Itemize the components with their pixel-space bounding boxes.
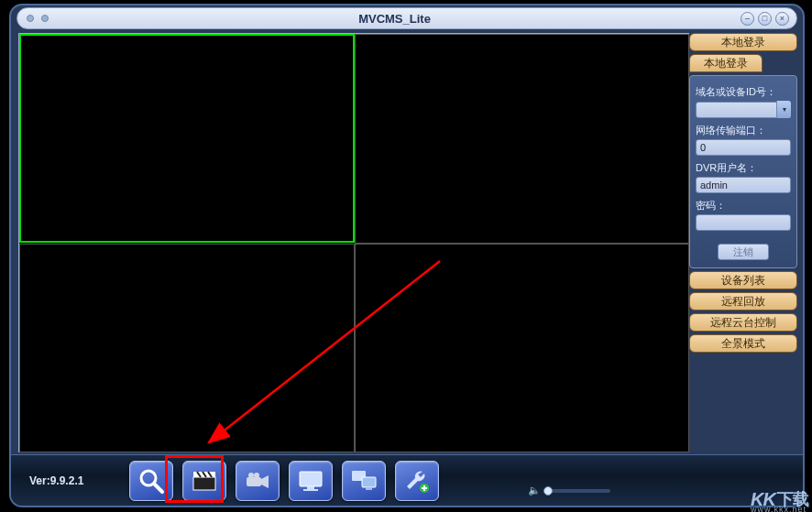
ptz-control-button[interactable]: 远程云台控制	[689, 313, 797, 332]
settings-button[interactable]	[395, 461, 439, 501]
device-list-button[interactable]: 设备列表	[689, 271, 797, 289]
svg-rect-11	[300, 472, 322, 486]
video-cell-0[interactable]	[19, 34, 355, 243]
app-title: MVCMS_Lite	[49, 12, 741, 26]
wrench-plus-icon	[402, 466, 432, 496]
panorama-mode-button[interactable]: 全景模式	[689, 334, 797, 353]
maximize-button[interactable]: □	[758, 12, 772, 26]
video-cell-1[interactable]	[355, 34, 689, 244]
speaker-icon: 🔈	[528, 485, 541, 496]
svg-rect-16	[366, 487, 372, 490]
password-input[interactable]	[696, 214, 791, 231]
video-cell-2[interactable]	[19, 244, 355, 452]
svg-rect-13	[303, 489, 318, 491]
title-bar: MVCMS_Lite – □ ×	[16, 7, 797, 29]
svg-rect-15	[362, 477, 376, 487]
svg-point-10	[254, 473, 259, 478]
camera-button[interactable]	[236, 461, 280, 501]
app-window: MVCMS_Lite – □ × 本地登录 本地登录 域名或设备ID号： ▾ 网…	[9, 4, 805, 507]
port-input[interactable]	[696, 139, 791, 156]
chevron-down-icon[interactable]: ▾	[776, 101, 791, 118]
monitor-button[interactable]	[289, 461, 333, 501]
bottom-toolbar: Ver: 9.9.2.1 🔈	[11, 454, 803, 506]
clapperboard-icon	[190, 466, 219, 496]
svg-rect-2	[193, 477, 215, 490]
search-button[interactable]	[129, 461, 173, 501]
local-login-button[interactable]: 本地登录	[689, 33, 797, 51]
password-label: 密码：	[696, 199, 791, 212]
svg-rect-12	[307, 486, 314, 489]
logout-button[interactable]: 注销	[718, 244, 769, 260]
remote-playback-button[interactable]: 远程回放	[689, 292, 797, 310]
volume-control[interactable]: 🔈	[528, 485, 610, 496]
record-button[interactable]	[182, 461, 226, 501]
login-form-panel: 域名或设备ID号： ▾ 网络传输端口： DVR用户名： 密码： 注销	[689, 75, 797, 268]
volume-slider[interactable]	[546, 489, 610, 493]
close-button[interactable]: ×	[775, 12, 789, 26]
local-login-tab[interactable]: 本地登录	[689, 54, 763, 72]
svg-marker-8	[261, 475, 269, 488]
port-label: 网络传输端口：	[696, 124, 791, 137]
video-cell-3[interactable]	[355, 244, 689, 452]
svg-rect-7	[247, 477, 261, 486]
title-left-ornament	[17, 15, 49, 22]
search-icon	[137, 466, 166, 496]
username-input[interactable]	[696, 177, 791, 193]
toolbar-buttons	[129, 461, 439, 501]
svg-line-1	[154, 484, 162, 492]
monitor-icon	[296, 466, 325, 496]
minimize-button[interactable]: –	[741, 12, 754, 26]
watermark-url: www.kkx.net	[751, 505, 807, 512]
camcorder-icon	[243, 466, 272, 496]
video-grid	[18, 33, 689, 452]
domain-label: 域名或设备ID号：	[696, 85, 791, 99]
monitor-group-icon	[349, 466, 379, 496]
monitor-group-button[interactable]	[342, 461, 386, 501]
version-label: Ver: 9.9.2.1	[29, 474, 83, 487]
user-label: DVR用户名：	[696, 161, 791, 175]
window-controls: – □ ×	[741, 12, 796, 26]
svg-point-9	[248, 473, 254, 478]
side-panel: 本地登录 本地登录 域名或设备ID号： ▾ 网络传输端口： DVR用户名： 密码…	[689, 33, 797, 454]
